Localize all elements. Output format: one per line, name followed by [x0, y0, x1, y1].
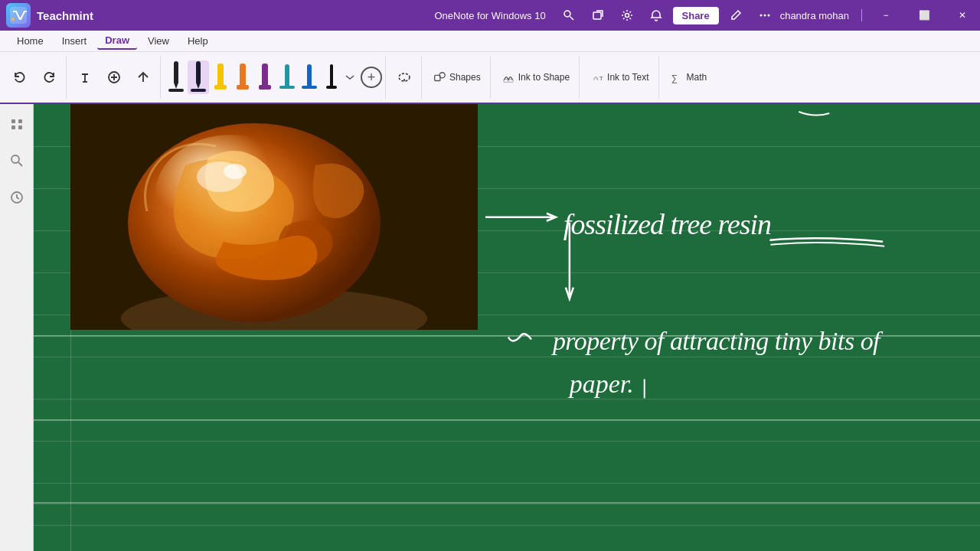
- redo-button[interactable]: [35, 59, 63, 96]
- window-title: OneNote for Windows 10: [434, 10, 545, 21]
- math-button[interactable]: ∑ Math: [664, 60, 714, 94]
- pen-options-button[interactable]: [343, 73, 357, 82]
- svg-rect-17: [18, 119, 22, 123]
- app-logo: [6, 3, 31, 28]
- ruled-line: [34, 525, 980, 526]
- titlebar-left: Teachmint: [0, 3, 93, 28]
- sidebar-nav-icon[interactable]: [3, 110, 31, 138]
- add-space-button[interactable]: [100, 59, 128, 96]
- ink-to-shape-group: Ink to Shape: [492, 56, 580, 99]
- user-name: chandra mohan: [780, 10, 849, 21]
- settings-icon[interactable]: [615, 3, 639, 28]
- menu-insert[interactable]: Insert: [54, 33, 95, 49]
- purple-highlighter[interactable]: [254, 60, 276, 94]
- ruled-line: [34, 441, 980, 442]
- add-pen-button[interactable]: +: [361, 67, 382, 88]
- titlebar: Teachmint OneNote for Windows 10 Share: [0, 0, 980, 31]
- ruled-line: [34, 483, 980, 484]
- svg-text:fossilized tree resin: fossilized tree resin: [564, 208, 771, 240]
- shapes-group: Shapes: [423, 56, 491, 99]
- main-content: fossilized tree resin property of attrac…: [0, 104, 980, 551]
- selection-tools-group: [68, 56, 161, 99]
- svg-rect-16: [11, 119, 15, 123]
- svg-point-8: [767, 15, 769, 17]
- svg-point-28: [224, 164, 247, 179]
- section-divider: [34, 335, 980, 337]
- svg-text:T: T: [599, 75, 603, 82]
- sidebar: [0, 104, 34, 551]
- close-button[interactable]: ✕: [945, 0, 980, 31]
- undo-button[interactable]: [6, 59, 34, 96]
- sidebar-search-icon[interactable]: [3, 147, 31, 174]
- teal-pen[interactable]: [276, 60, 298, 94]
- ink-to-shape-button[interactable]: Ink to Shape: [495, 60, 576, 94]
- shapes-button[interactable]: Shapes: [426, 60, 487, 94]
- svg-text:property of attracting tiny bi: property of attracting tiny bits of: [551, 327, 884, 355]
- more-icon[interactable]: [753, 3, 777, 28]
- svg-rect-4: [593, 12, 601, 19]
- section-divider-3: [34, 502, 980, 504]
- app-title: Teachmint: [37, 9, 93, 22]
- ink-to-text-group: T Ink to Text: [581, 56, 658, 99]
- titlebar-icons: Share: [557, 3, 777, 28]
- yellow-highlighter[interactable]: [210, 60, 231, 94]
- separator: [861, 9, 862, 21]
- ink-to-text-button[interactable]: T Ink to Text: [584, 60, 655, 94]
- svg-text:paper.: paper.: [568, 370, 634, 398]
- svg-point-20: [11, 155, 19, 163]
- minimize-button[interactable]: −: [868, 0, 903, 31]
- svg-rect-19: [18, 126, 22, 129]
- section-divider-2: [34, 419, 980, 421]
- new-window-icon[interactable]: [586, 3, 610, 28]
- pen-tools-group: +: [162, 56, 386, 99]
- move-up-button[interactable]: [129, 59, 157, 96]
- svg-point-1: [11, 18, 15, 21]
- svg-point-6: [760, 15, 762, 17]
- fossil-image: [70, 104, 478, 330]
- svg-rect-18: [11, 126, 15, 129]
- svg-point-7: [763, 15, 766, 17]
- ruled-line: [34, 357, 980, 357]
- maximize-button[interactable]: ⬜: [906, 0, 942, 31]
- undo-redo-group: [3, 56, 67, 99]
- menu-home[interactable]: Home: [9, 33, 51, 49]
- notification-icon[interactable]: [644, 3, 668, 28]
- svg-line-3: [570, 17, 573, 21]
- svg-text:∑: ∑: [671, 73, 677, 83]
- black-pen[interactable]: [165, 60, 187, 94]
- notebook-content[interactable]: fossilized tree resin property of attrac…: [34, 104, 980, 551]
- dark-pen[interactable]: [188, 60, 209, 94]
- menu-help[interactable]: Help: [180, 33, 216, 49]
- lasso-select-button[interactable]: [390, 59, 418, 96]
- svg-point-2: [564, 11, 570, 17]
- menu-draw[interactable]: Draw: [97, 32, 137, 50]
- sidebar-history-icon[interactable]: [3, 184, 31, 211]
- search-icon[interactable]: [557, 3, 581, 28]
- notebook: fossilized tree resin property of attrac…: [34, 104, 980, 551]
- share-button[interactable]: Share: [673, 7, 719, 24]
- svg-line-21: [18, 162, 22, 166]
- orange-highlighter[interactable]: [232, 60, 253, 94]
- math-group: ∑ Math: [661, 56, 717, 99]
- svg-point-5: [625, 14, 629, 18]
- black-thin-pen[interactable]: [321, 60, 342, 94]
- section-line-3: [34, 504, 980, 504]
- edit-icon[interactable]: [724, 3, 748, 28]
- blue-pen[interactable]: [299, 60, 320, 94]
- menu-view[interactable]: View: [140, 33, 177, 49]
- titlebar-right: Share chandra mohan − ⬜ ✕: [557, 0, 980, 31]
- ruled-line: [34, 399, 980, 399]
- menubar: Home Insert Draw View Help: [0, 31, 980, 52]
- type-tool-button[interactable]: [71, 59, 99, 96]
- toolbar: + Shapes Ink to Shape T Ink to Text ∑ Ma…: [0, 52, 980, 104]
- erase-lasso-group: [387, 56, 422, 99]
